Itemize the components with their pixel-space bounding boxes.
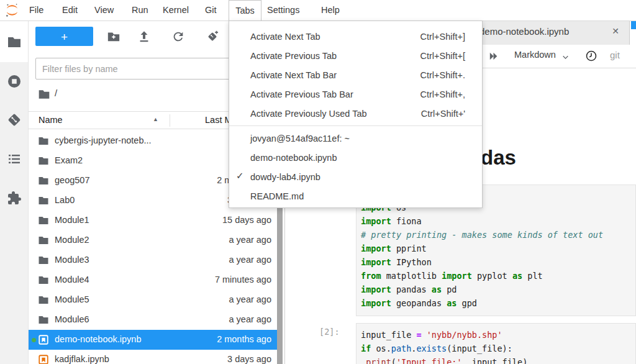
file-modified: a year ago (229, 235, 271, 245)
sort-ascending-icon: ▲ (153, 116, 158, 122)
menu-item-help[interactable]: Help (321, 0, 340, 20)
cell-execution-prompt: [2]: (319, 327, 340, 337)
code-line: if os.path.exists(input_file): (361, 342, 635, 355)
file-row-module5[interactable]: Module5a year ago (29, 290, 277, 310)
menu-item-label: Activate Previous Tab Bar (250, 89, 353, 99)
file-modified: 2 months ago (217, 334, 271, 344)
menu-item-edit[interactable]: Edit (62, 0, 78, 20)
code-line: # pretty printing - makes some kinds of … (361, 228, 635, 242)
code-line: import fiona (361, 214, 635, 228)
file-name: geog507 (55, 175, 89, 185)
menu-item-shortcut: Ctrl+Shift+. (420, 70, 465, 80)
menu-separator (229, 125, 482, 126)
file-name: Module1 (55, 215, 89, 225)
file-modified: 3 days ago (227, 354, 271, 364)
menu-item-kernel[interactable]: Kernel (163, 0, 189, 20)
menu-item-shortcut: Ctrl+Shift+' (421, 109, 465, 119)
code-line: from matplotlib import pyplot as plt (361, 269, 635, 283)
active-tab-indicator (631, 20, 636, 29)
file-modified: 7 minutes ago (215, 275, 271, 284)
file-modified: a year ago (229, 314, 271, 324)
file-name: Module3 (55, 255, 89, 265)
file-name: Module4 (55, 275, 89, 284)
folder-icon (38, 275, 49, 286)
check-icon: ✓ (236, 170, 244, 181)
code-cell-input-file[interactable]: input_file = 'nybb/nybb.shp'if os.path.e… (356, 323, 636, 364)
file-row-module1[interactable]: Module115 days ago (29, 211, 277, 230)
folder-icon (38, 314, 49, 325)
menu-item-label: Activate Previously Used Tab (250, 109, 367, 119)
new-folder-icon[interactable] (107, 30, 120, 43)
column-divider (170, 114, 170, 127)
file-row-kadjflak-ipynb[interactable]: kadjflak.ipynb3 days ago (29, 350, 277, 364)
sidebar-files-icon[interactable] (7, 35, 22, 50)
folder-icon (38, 195, 49, 206)
sidebar-running-kernels-icon[interactable] (7, 74, 22, 89)
upload-icon[interactable] (137, 30, 151, 43)
new-launcher-button[interactable]: + (35, 27, 93, 46)
file-row-module4[interactable]: Module47 minutes ago (29, 270, 277, 290)
file-modified: 15 days ago (222, 215, 271, 225)
chevron-down-icon[interactable] (561, 53, 570, 61)
code-line: input_file = 'nybb/nybb.shp' (361, 328, 635, 342)
tabs-menu-item[interactable]: demo-notebook.ipynb (229, 148, 482, 167)
refresh-icon[interactable] (171, 30, 185, 43)
menu-item-shortcut: Ctrl+Shift+] (420, 32, 465, 42)
file-name: Lab0 (55, 195, 75, 205)
history-clock-icon[interactable] (585, 50, 597, 62)
tab-close-icon[interactable]: ✕ (612, 26, 619, 36)
menu-item-label: Activate Next Tab (250, 32, 320, 42)
file-row-module2[interactable]: Module2a year ago (29, 230, 277, 250)
menu-item-file[interactable]: File (29, 0, 43, 20)
tabs-menu-item[interactable]: README.md (229, 186, 482, 206)
tabs-menu-item[interactable]: Activate Next TabCtrl+Shift+] (229, 27, 482, 46)
menu-item-view[interactable]: View (94, 0, 114, 20)
run-all-icon[interactable] (488, 51, 499, 61)
git-status-label: git (610, 50, 620, 60)
notebook-icon (38, 334, 49, 345)
menu-item-run[interactable]: Run (132, 0, 148, 20)
notebook-icon (38, 354, 49, 364)
file-row-module3[interactable]: Module3a year ago (29, 250, 277, 270)
menu-item-label: Activate Next Tab Bar (250, 70, 337, 80)
menu-bar: FileEditViewRunKernelGitSettingsHelp Tab… (0, 0, 636, 21)
tabs-menu-item[interactable]: jovyan@514af9ac11ef: ~ (229, 129, 482, 148)
menu-item-shortcut: Ctrl+Shift+[ (420, 51, 465, 61)
menu-item-settings[interactable]: Settings (267, 0, 299, 20)
folder-icon (38, 155, 49, 166)
menu-tabs-button[interactable]: Tabs (229, 0, 261, 21)
tabs-menu-item[interactable]: Activate Previously Used TabCtrl+Shift+' (229, 104, 482, 123)
column-header-name[interactable]: Name (39, 115, 63, 125)
menu-item-git[interactable]: Git (205, 0, 217, 20)
git-init-icon[interactable] (206, 30, 219, 43)
file-row-demo-notebook-ipynb[interactable]: demo-notebook.ipynb2 months ago (29, 330, 277, 350)
menu-item-label: demo-notebook.ipynb (250, 153, 337, 163)
code-line: import pprint (361, 242, 635, 255)
cell-type-dropdown[interactable]: Markdown (514, 50, 556, 60)
folder-icon (38, 294, 49, 306)
folder-icon (38, 215, 49, 226)
tab-title: demo-notebook.ipynb (479, 26, 569, 37)
tabs-menu-item[interactable]: ✓dowdy-lab4.ipynb (229, 167, 482, 186)
code-line: import IPython (361, 255, 635, 269)
file-name: Module5 (55, 294, 89, 304)
menu-item-label: Activate Previous Tab (250, 51, 337, 61)
tab-demo-notebook[interactable]: demo-notebook.ipynb ✕ (463, 20, 630, 45)
file-name: Module2 (55, 235, 89, 245)
sidebar-table-of-contents-icon[interactable] (7, 152, 22, 166)
file-row-module6[interactable]: Module6a year ago (29, 310, 277, 330)
file-modified: a year ago (229, 294, 271, 304)
tabs-menu-item[interactable]: Activate Previous Tab BarCtrl+Shift+, (229, 84, 482, 104)
folder-icon (38, 255, 49, 266)
tabs-menu-item[interactable]: Activate Previous TabCtrl+Shift+[ (229, 46, 482, 65)
folder-icon (38, 235, 49, 246)
tabs-menu-dropdown: Activate Next TabCtrl+Shift+]Activate Pr… (229, 20, 483, 208)
sidebar-extensions-icon[interactable] (7, 191, 22, 206)
menu-item-shortcut: Ctrl+Shift+, (420, 89, 465, 99)
breadcrumb-root[interactable]: / (55, 88, 57, 98)
home-folder-icon[interactable] (38, 88, 50, 101)
tabs-menu-item[interactable]: Activate Next Tab BarCtrl+Shift+. (229, 65, 482, 84)
sidebar-git-icon[interactable] (7, 112, 22, 127)
file-name: kadjflak.ipynb (55, 354, 109, 364)
file-name: cybergis-jupyter-noteb... (55, 135, 152, 145)
